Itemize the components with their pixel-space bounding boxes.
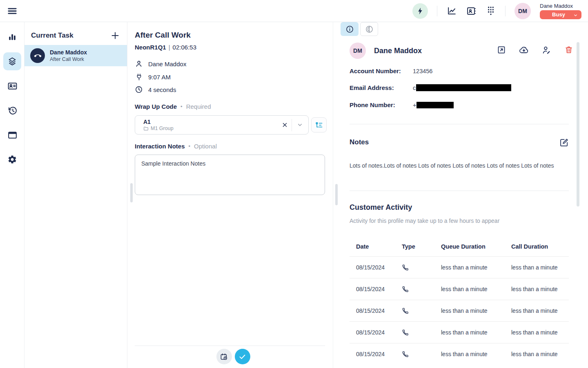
interaction-notes-label: Interaction Notes [135,143,185,150]
queue-duration: less than a minute [434,264,505,271]
phone-call-icon [402,285,409,293]
sidebar-item-settings[interactable] [3,150,21,168]
edit-notes-icon[interactable] [559,137,569,147]
interaction-notes-input[interactable]: Sample Interaction Notes [135,155,325,195]
task-panel-scrollbar[interactable] [130,183,133,202]
tree-list-icon [315,121,323,129]
profile-name: Dane Maddox [374,47,422,55]
wrap-up-label-row: Wrap Up Code • Required [135,103,211,110]
split-circle-icon [365,25,374,34]
add-task-button[interactable] [110,30,120,41]
tab-insights[interactable] [360,22,378,36]
phone-call-icon [402,264,409,271]
user-avatar[interactable]: DM [514,3,531,19]
current-task-panel: Current Task Dane Maddox After Call Work [24,22,127,368]
field-value: c [413,84,511,91]
info-icon [345,25,354,34]
window-icon [7,130,18,140]
history-icon [7,105,18,116]
person-icon [135,60,143,68]
sidebar-item-dashboard[interactable] [3,28,21,46]
contact-detail-row: Dane Maddox [135,60,186,68]
activity-date: 08/15/2024 [350,329,395,336]
bar-chart-icon [7,32,17,42]
phone-call-icon [402,307,409,314]
complete-acw-button[interactable] [235,349,250,364]
contacts-button[interactable] [466,6,477,16]
call-duration: less than a minute [505,286,569,292]
field-label: Account Number: [350,67,413,74]
redaction-bar [416,102,454,108]
section-divider [350,124,569,124]
interaction-notes-requirement: Optional [194,143,217,150]
line-chart-icon [447,6,457,16]
task-list-item[interactable]: Dane Maddox After Call Work [24,45,127,66]
user-name: Dane Maddox [540,3,573,9]
acw-panel-scrollbar[interactable] [335,184,338,205]
tab-profile-info[interactable] [341,22,359,36]
edit-contact-icon[interactable] [541,45,551,55]
phone-call-icon [402,329,409,336]
acw-subtitle: NeonR1Q1|02:06:53 [135,44,196,51]
phone-number-field: Phone Number: + [350,101,569,108]
sidebar-item-contacts[interactable] [3,77,21,95]
customer-activity-subtitle: Activity for this profile may take up to… [350,218,499,224]
sidebar-item-tasks[interactable] [3,52,21,70]
dialpad-button[interactable] [486,6,496,16]
quick-actions-button[interactable] [412,3,428,19]
sidebar-item-apps[interactable] [3,126,21,144]
profile-panel-scrollbar[interactable] [577,42,579,206]
delete-contact-icon[interactable] [564,45,574,55]
reports-button[interactable] [446,6,457,16]
chevron-down-icon [573,13,578,19]
queue-duration: less than a minute [434,307,505,314]
column-header: Queue Duration [434,243,505,250]
customer-activity-table: Date Type Queue Duration Call Duration 0… [350,236,569,365]
hamburger-menu-icon[interactable] [7,5,18,17]
contact-card-icon [466,6,476,16]
panel-divider [333,22,333,368]
wrap-up-requirement: Required [186,103,211,110]
call-duration: less than a minute [505,329,569,336]
table-row[interactable]: 08/15/2024 less than a minute less than … [350,278,569,300]
dialpad-icon [486,6,495,16]
clear-icon[interactable] [278,119,291,131]
contact-name: Dane Maddox [148,61,186,67]
clock-icon [135,85,143,94]
column-header: Call Duration [505,243,569,250]
chevron-down-icon[interactable] [293,119,307,131]
queue-duration: less than a minute [434,351,505,357]
table-row[interactable]: 08/15/2024 less than a minute less than … [350,343,569,365]
schedule-followup-button[interactable] [216,349,232,364]
queue-duration: less than a minute [434,329,505,336]
activity-date: 08/15/2024 [350,286,395,292]
bullet: • [180,103,183,110]
phone-handset-icon [34,52,42,60]
start-time-row: 9:07 AM [135,73,171,81]
notes-title: Notes [350,138,369,146]
task-contact-name: Dane Maddox [50,49,87,56]
cloud-download-icon[interactable] [519,45,529,55]
open-in-new-icon[interactable] [497,45,506,55]
status-dropdown[interactable]: Busy [540,10,581,19]
subtitle-pipe: | [169,44,170,51]
column-header: Date [350,243,395,250]
wrap-up-tree-view-button[interactable] [311,117,327,132]
bullet: • [189,143,191,149]
sidebar-item-history[interactable] [3,101,21,119]
lightning-icon [416,7,424,15]
activity-date: 08/15/2024 [350,307,395,314]
notes-body: Lots of notes.Lots of notes Lots of note… [350,162,569,169]
table-row[interactable]: 08/15/2024 less than a minute less than … [350,300,569,321]
call-duration: less than a minute [505,264,569,271]
table-row[interactable]: 08/15/2024 less than a minute less than … [350,321,569,343]
current-task-title: Current Task [31,31,74,40]
calendar-clock-icon [220,353,228,361]
field-value: 123456 [413,68,432,74]
top-bar: DM Dane Maddox Busy [0,0,588,22]
topbar-separator [505,6,506,16]
table-row[interactable]: 08/15/2024 less than a minute less than … [350,256,569,278]
queue-duration: less than a minute [434,286,505,292]
wrap-up-code-select[interactable]: A1 M1 Group [135,115,309,135]
column-header: Type [395,243,434,250]
